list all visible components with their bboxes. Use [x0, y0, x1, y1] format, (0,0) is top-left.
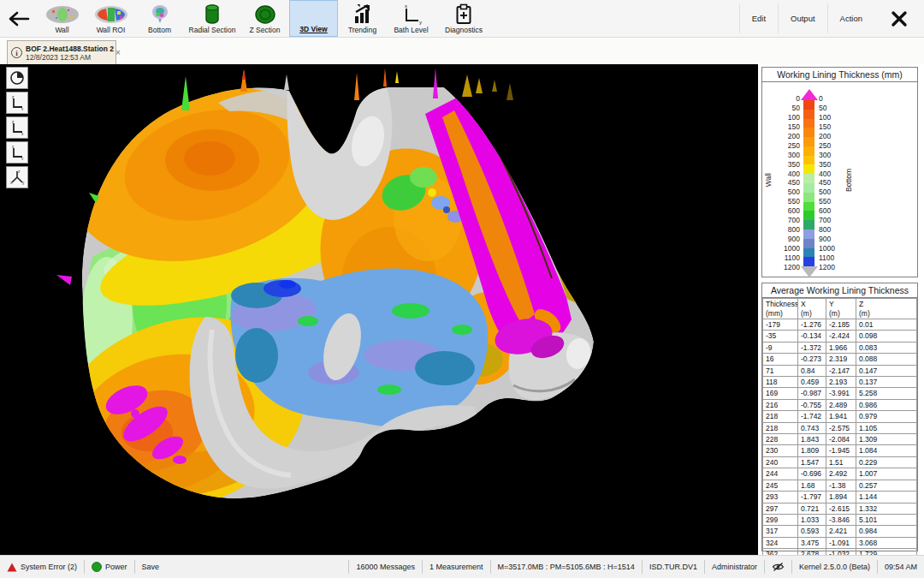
- toolbar-right-group: Edit Output Action: [739, 0, 924, 37]
- toolbar-button-label: Z Section: [250, 26, 281, 34]
- measurement-tab[interactable]: i BOF 2.Heat1488.Station 2 12/8/2023 12:…: [7, 40, 116, 64]
- table-row[interactable]: 2991.033-3.8465.101: [763, 514, 917, 525]
- eye-slash-icon: [772, 562, 785, 572]
- view-zy-button[interactable]: zy: [6, 92, 28, 114]
- toolbar-button-bottom[interactable]: Bottom: [135, 0, 184, 37]
- status-bar: System Error (2) Power Save 16000 Messag…: [0, 555, 924, 578]
- table-header-row: Thickness(mm) X(m) Y(m) Z(m): [763, 299, 917, 319]
- edit-button[interactable]: Edit: [740, 0, 778, 37]
- content-area: zy zx xy: [0, 64, 924, 555]
- toolbar-button-label: Wall ROI: [97, 26, 126, 34]
- toolbar-button-wall[interactable]: Wall: [38, 0, 86, 37]
- table-row[interactable]: 169-0.987-3.9915.258: [763, 388, 917, 399]
- measurement-status[interactable]: 1 Measurement: [423, 563, 490, 571]
- colorbar-segment: [803, 211, 814, 220]
- colorbar-segment: [803, 156, 814, 165]
- table-row[interactable]: 218-1.7421.9410.979: [763, 411, 917, 422]
- right-panel-column: Working Lining Thickness (mm) Wall 05010…: [758, 64, 924, 555]
- colorbar-tick: 200: [788, 133, 800, 140]
- colorbar-tick: 150: [819, 123, 831, 131]
- colorbar-tick: 150: [788, 123, 800, 131]
- table-row[interactable]: 2970.721-2.6151.332: [763, 503, 917, 514]
- colorbar-tick: 1000: [819, 245, 835, 253]
- colorbar-tick: 100: [819, 114, 831, 122]
- colorbar-segment: [803, 239, 814, 248]
- table-row[interactable]: 16-0.2732.3190.088: [763, 354, 917, 365]
- colorbar-top-arrow: [801, 89, 818, 100]
- toolbar-button-wall-roi[interactable]: Wall ROI: [86, 0, 135, 37]
- table-row[interactable]: 293-1.7971.8941.144: [763, 492, 917, 503]
- toolbar-button-label: Bath Level: [394, 26, 428, 34]
- colorbar-tick: 400: [788, 170, 800, 178]
- tab-close-icon[interactable]: ×: [114, 48, 122, 57]
- colorbar-tick: 1200: [784, 264, 800, 271]
- colorbar-segment: [803, 119, 814, 128]
- table-row[interactable]: -9-1.3721.9660.083: [763, 342, 917, 353]
- toolbar-button-trending[interactable]: Trending: [338, 0, 387, 37]
- colorbar-segment: [803, 193, 814, 202]
- close-icon: [890, 9, 909, 28]
- system-error-status[interactable]: System Error (2): [0, 563, 84, 572]
- messages-status[interactable]: 16000 Messages: [349, 563, 422, 571]
- colorbar-tick: 500: [819, 188, 831, 196]
- close-window-button[interactable]: [874, 0, 924, 37]
- device-status[interactable]: ISD.TUR.DV1: [643, 563, 704, 571]
- colorbar-segment: [803, 100, 814, 110]
- svg-text:y: y: [21, 157, 24, 161]
- column-header-x: X(m): [798, 299, 826, 319]
- toolbar-button-label: Radial Section: [189, 26, 236, 34]
- wall-roi-map-icon: [94, 3, 128, 26]
- colorbar-tick: 300: [819, 152, 831, 159]
- table-row[interactable]: 3170.5932.4210.984: [763, 526, 917, 537]
- colorbar-tick: 0: [819, 95, 823, 103]
- view-xy-button[interactable]: xy: [6, 141, 28, 164]
- visibility-toggle[interactable]: [765, 562, 791, 572]
- colorbar-bottom-label: Bottom: [844, 169, 853, 192]
- tab-timestamp: 12/8/2023 12:53 AM: [26, 53, 114, 62]
- info-icon: i: [11, 47, 22, 58]
- output-button[interactable]: Output: [779, 0, 827, 37]
- kernel-version-status: Kernel 2.5.0.0 (Beta): [792, 563, 877, 571]
- toolbar-button-3d-view[interactable]: 3D View: [289, 0, 338, 37]
- table-row[interactable]: 710.84-2.1470.147: [763, 365, 917, 376]
- colorbar-tick: 600: [819, 207, 831, 215]
- toolbar-button-radial-section[interactable]: Radial Section: [184, 0, 240, 37]
- colorbar-tick: 700: [788, 217, 800, 224]
- table-row[interactable]: -179-1.276-2.1850.01: [763, 319, 917, 331]
- table-row[interactable]: 244-0.6962.4921.007: [763, 468, 917, 480]
- table-row[interactable]: 2180.743-2.5751.105: [763, 422, 917, 433]
- system-error-label: System Error (2): [21, 563, 77, 571]
- table-row[interactable]: 1180.4592.1930.137: [763, 377, 917, 388]
- view-zx-button[interactable]: zx: [6, 116, 28, 139]
- toolbar-button-diagnostics[interactable]: Diagnostics: [435, 0, 492, 37]
- table-row[interactable]: -35-0.134-2.4240.098: [763, 331, 917, 342]
- toolbar-button-bath-level[interactable]: xy Bath Level: [387, 0, 435, 37]
- table-row[interactable]: 3243.475-1.0913.068: [763, 537, 917, 548]
- colorbar-tick: 0: [796, 95, 800, 103]
- toolbar-button-z-section[interactable]: Z Section: [240, 0, 289, 37]
- power-indicator-icon: [92, 562, 102, 572]
- action-button[interactable]: Action: [828, 0, 874, 37]
- 3d-viewport[interactable]: zy zx xy: [0, 64, 758, 555]
- user-status[interactable]: Administrator: [705, 563, 764, 571]
- back-button[interactable]: [0, 0, 38, 37]
- axis-xy-icon: xy: [9, 145, 25, 160]
- column-header-thickness: Thickness(mm): [763, 299, 798, 319]
- table-row[interactable]: 2451.68-1.380.257: [763, 480, 917, 491]
- table-row[interactable]: 2281.843-2.0841.309: [763, 434, 917, 445]
- view-rotate-button[interactable]: [6, 67, 28, 89]
- colorbar: Wall 05010015020025030035040045050055060…: [762, 82, 917, 277]
- colorbar-segment: [803, 128, 814, 137]
- table-row[interactable]: 216-0.7552.4890.986: [763, 399, 917, 410]
- svg-text:y: y: [419, 20, 422, 25]
- column-header-y: Y(m): [826, 299, 856, 319]
- thickness-table: Thickness(mm) X(m) Y(m) Z(m) -179-1.276-…: [762, 298, 917, 572]
- table-row[interactable]: 2401.5471.510.229: [763, 456, 917, 468]
- z-section-icon: [254, 3, 276, 26]
- power-status[interactable]: Power: [85, 562, 134, 572]
- save-status[interactable]: Save: [135, 563, 167, 571]
- bottom-map-icon: [151, 3, 169, 26]
- 3d-model[interactable]: [0, 64, 758, 555]
- table-row[interactable]: 2301.809-1.9451.084: [763, 445, 917, 456]
- view-3d-axes-button[interactable]: zxy: [6, 166, 28, 188]
